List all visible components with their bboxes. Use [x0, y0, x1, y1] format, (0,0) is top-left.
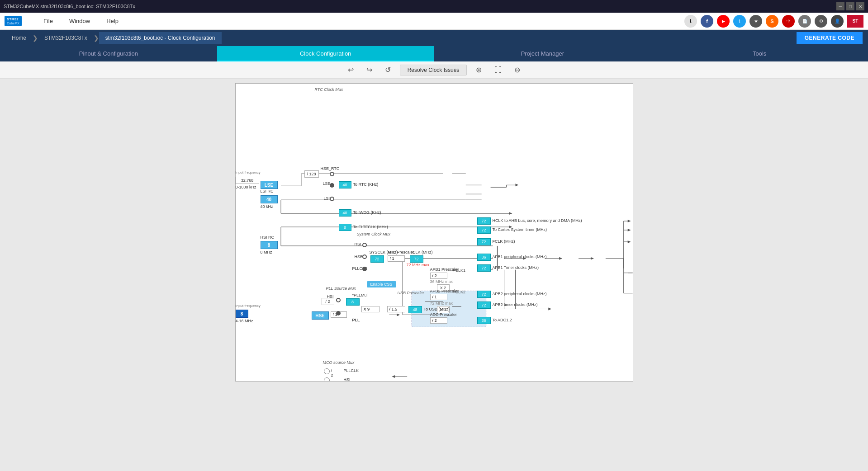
- icon-zh[interactable]: 中: [782, 15, 795, 28]
- toolbar: ↩ ↪ ↺ Resolve Clock Issues ⊕ ⛶ ⊖: [0, 61, 868, 79]
- lse-freq-unit: 0-1000 kHz: [236, 185, 256, 189]
- input-freq-hse-label: Input frequency: [236, 304, 261, 308]
- lse-rtc-label: LSE: [323, 181, 331, 186]
- svg-marker-17: [509, 212, 512, 215]
- bc-device[interactable]: STM32F103C8Tx: [38, 32, 94, 44]
- mco-pllclk-label: PLLCLK: [344, 368, 359, 373]
- rtc-mux-circle-lsi[interactable]: [330, 197, 334, 201]
- zoom-in-button[interactable]: ⊕: [472, 64, 485, 76]
- enable-css-button[interactable]: Enable CSS: [367, 281, 396, 287]
- restore-button[interactable]: □: [846, 2, 854, 10]
- apb1-timer-label: APB1 Timer clocks (MHz): [493, 265, 539, 270]
- resolve-clock-issues-button[interactable]: Resolve Clock Issues: [400, 65, 467, 75]
- menu-file[interactable]: File: [35, 15, 61, 27]
- mco-radio-hsi[interactable]: [324, 377, 330, 382]
- sysclk-value-box[interactable]: 72: [370, 255, 384, 263]
- mco-hsi-label: HSI: [344, 377, 351, 382]
- pll-mul-select[interactable]: X 9: [361, 306, 379, 312]
- minimize-button[interactable]: ─: [836, 2, 844, 10]
- icon-youtube[interactable]: ▶: [717, 15, 730, 28]
- menubar: STM32 CubeMX File Window Help ℹ f ▶ t ★ …: [0, 13, 868, 30]
- pll-mux-hse[interactable]: [336, 311, 341, 316]
- to-adc-label: To ADC1,2: [493, 318, 512, 322]
- tab-tools[interactable]: Tools: [651, 46, 868, 61]
- hse-rtc-label: HSE_RTC: [321, 166, 340, 171]
- hclk-72mhz-max: 72 MHz max: [407, 263, 430, 267]
- tab-clock[interactable]: Clock Configuration: [217, 46, 434, 61]
- ahb-prescaler-select[interactable]: / 1: [388, 255, 405, 262]
- bc-home[interactable]: Home: [5, 32, 33, 44]
- icon-twitter[interactable]: t: [733, 15, 746, 28]
- mco-radio-pllclk[interactable]: [324, 368, 330, 374]
- hse-freq-range: 4-16 MHz: [236, 319, 253, 323]
- undo-button[interactable]: ↩: [344, 64, 357, 76]
- hse-freq-box[interactable]: 8: [236, 310, 248, 318]
- pll-mul-value[interactable]: 8: [346, 298, 360, 306]
- close-button[interactable]: ✕: [856, 2, 864, 10]
- fclk-value: 72: [477, 238, 491, 245]
- pclk1-label: PCLK1: [453, 268, 466, 273]
- bc-sep-1: ❯: [33, 34, 38, 42]
- usb-prescaler-select[interactable]: / 1.5: [387, 306, 405, 312]
- lse-box[interactable]: LSE: [261, 181, 278, 189]
- icon-facebook[interactable]: f: [701, 15, 713, 28]
- bc-current[interactable]: stm32f103c8t6_boot.ioc - Clock Configura…: [99, 32, 222, 44]
- menu-help[interactable]: Help: [98, 15, 127, 27]
- apb2-prescaler-select[interactable]: / 1: [430, 294, 447, 300]
- fclk-label: FCLK (MHz): [493, 239, 515, 244]
- icon-doc[interactable]: 📄: [798, 15, 811, 28]
- iwdg-value-box: 40: [339, 209, 351, 217]
- hsi-pll-label: HSI: [327, 294, 334, 299]
- generate-code-button[interactable]: GENERATE CODE: [797, 32, 863, 44]
- menu-window[interactable]: Window: [61, 15, 98, 27]
- sysclk-mux-hsi[interactable]: [362, 243, 367, 247]
- rtc-mux-circle-hse[interactable]: [330, 172, 334, 176]
- adc-prescaler-select[interactable]: / 2: [430, 317, 447, 324]
- pll-mux-hsi[interactable]: [336, 298, 341, 302]
- hsi-mux-label: HSI: [355, 242, 361, 246]
- to-iwdg-label: To IWDG (KHz): [353, 210, 381, 215]
- lsi-rtc-label: LSI: [324, 196, 330, 201]
- apb2-timer-label: APB2 timer clocks (MHz): [493, 302, 538, 307]
- breadcrumb: Home ❯ STM32F103C8Tx ❯ stm32f103c8t6_boo…: [0, 30, 868, 46]
- sysclk-mux-pll[interactable]: [362, 267, 367, 271]
- sysclk-mux-hse[interactable]: [362, 254, 367, 259]
- lsi-rc-box[interactable]: 40: [261, 195, 278, 203]
- apb1-timer-value: 72: [477, 264, 491, 272]
- rtc-value-box: 40: [339, 181, 351, 188]
- icon-settings[interactable]: ⚙: [815, 15, 827, 28]
- apb2-periph-value: 72: [477, 291, 491, 298]
- to-rtc-label: To RTC (KHz): [353, 182, 379, 187]
- lse-freq-value[interactable]: 32.768: [236, 177, 259, 184]
- zoom-out-button[interactable]: ⊖: [511, 64, 524, 76]
- right-icons: ℹ f ▶ t ★ S 中 📄 ⚙ 👤 ST: [684, 15, 863, 28]
- logo: STM32 CubeMX: [5, 16, 22, 26]
- titlebar-title: STM32CubeMX stm32f103c8t6_boot.ioc: STM3…: [4, 4, 135, 9]
- svg-marker-14: [515, 184, 518, 186]
- adc-value: 36: [477, 317, 491, 324]
- hsi-rc-box[interactable]: 8: [261, 241, 278, 249]
- apb1-periph-label: APB1 peripheral clocks (MHz): [493, 254, 547, 259]
- titlebar-controls[interactable]: ─ □ ✕: [836, 2, 864, 10]
- hse-mux-label: HSE: [355, 254, 363, 259]
- apb1-prescaler-select[interactable]: / 2: [430, 273, 447, 279]
- lsi-40khz-label: 40 kHz: [261, 204, 273, 209]
- icon-info[interactable]: ℹ: [684, 15, 697, 28]
- redo-button[interactable]: ↪: [363, 64, 376, 76]
- icon-st[interactable]: ST: [847, 15, 863, 28]
- clock-diagram: RTC Clock Mux Input frequency 32.768 0-1…: [235, 83, 633, 382]
- icon-s[interactable]: S: [766, 15, 778, 28]
- icon-user[interactable]: 👤: [831, 15, 844, 28]
- hse-box[interactable]: HSE: [312, 311, 329, 320]
- apb2-72mhz-max: 72 MHz max: [430, 301, 453, 306]
- hclk-ahb-label: HCLK to AHB bus, core, memory and DMA (M…: [493, 218, 582, 223]
- hclk-value-box[interactable]: 72: [410, 255, 423, 263]
- refresh-button[interactable]: ↺: [381, 64, 394, 76]
- fit-button[interactable]: ⛶: [491, 64, 505, 76]
- titlebar: STM32CubeMX stm32f103c8t6_boot.ioc: STM3…: [0, 0, 868, 13]
- input-freq-lse-label: Input frequency: [236, 170, 261, 174]
- tab-project[interactable]: Project Manager: [434, 46, 651, 61]
- rtc-mux-circle-lse[interactable]: [330, 183, 334, 188]
- icon-star[interactable]: ★: [749, 15, 762, 28]
- tab-pinout[interactable]: Pinout & Configuration: [0, 46, 217, 61]
